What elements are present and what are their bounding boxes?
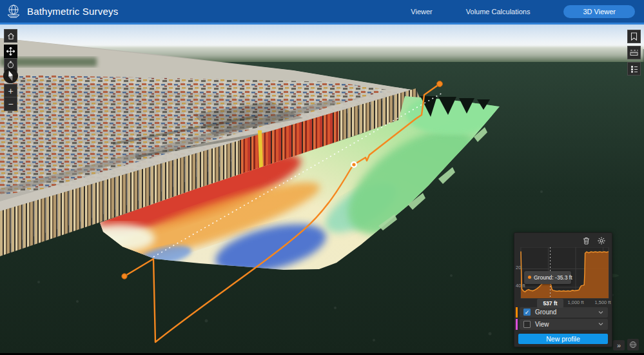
- profile-cursor-marker[interactable]: [351, 161, 357, 168]
- chevron-down-icon[interactable]: [598, 310, 604, 315]
- elevation-profile-panel: 20 40 ft 1,000 ft 1,500 ft 537 ft Ground…: [514, 232, 612, 347]
- layer-color-bar: [516, 319, 518, 329]
- layer-color-bar: [516, 307, 518, 318]
- layer-label: Ground: [535, 309, 598, 316]
- nav-item-3d-viewer-active[interactable]: 3D Viewer: [563, 5, 635, 18]
- app-window: Bathymetric Surveys Viewer Volume Calcul…: [0, 0, 644, 355]
- legend-list-icon: [630, 65, 638, 73]
- chevron-down-icon[interactable]: [598, 321, 604, 327]
- page-title: Bathymetric Surveys: [27, 6, 118, 17]
- attribution-globe-button[interactable]: [627, 339, 639, 350]
- measurement-button[interactable]: [627, 46, 641, 59]
- bookmarks-button[interactable]: [627, 30, 641, 43]
- gear-icon: [598, 237, 605, 245]
- profile-settings-button[interactable]: [597, 236, 605, 245]
- app-logo-survey-boat-icon: [4, 2, 23, 21]
- app-header: Bathymetric Surveys Viewer Volume Calcul…: [0, 0, 644, 25]
- ground-layer-checkbox[interactable]: ✓: [523, 309, 531, 316]
- home-button[interactable]: [4, 29, 17, 43]
- profile-panel-toolbar: [514, 233, 612, 246]
- layer-row-ground[interactable]: ✓ Ground: [516, 307, 608, 318]
- header-nav: Viewer Volume Calculations 3D Viewer: [411, 5, 635, 18]
- trash-icon: [583, 237, 590, 245]
- tooltip-value: Ground: -35.3 ft: [534, 274, 572, 281]
- pan-move-icon: [6, 47, 15, 56]
- cursor-distance-label: 537 ft: [537, 299, 563, 308]
- globe-icon: [629, 341, 637, 349]
- legend-button[interactable]: [627, 62, 641, 76]
- delete-profile-button[interactable]: [582, 236, 590, 245]
- x-axis-tick: 1,500 ft: [590, 299, 616, 305]
- scene-tools: [627, 30, 641, 76]
- home-icon: [7, 32, 15, 40]
- double-chevron-right-icon: »: [617, 341, 621, 349]
- pan-tool-button[interactable]: [4, 45, 17, 58]
- profile-endpoint-end[interactable]: [437, 81, 443, 87]
- layer-label: View: [535, 321, 598, 328]
- new-profile-button[interactable]: New profile: [518, 334, 608, 344]
- plus-icon: +: [8, 86, 13, 96]
- zoom-in-button[interactable]: +: [4, 84, 17, 97]
- bookmark-icon: [630, 32, 638, 41]
- y-axis-tick: 20: [516, 265, 521, 270]
- measurement-icon: [630, 49, 638, 56]
- scene-3d-view[interactable]: + −: [0, 25, 644, 353]
- nav-item-viewer[interactable]: Viewer: [411, 8, 432, 15]
- zoom-controls: + −: [4, 84, 17, 111]
- profile-endpoint-start[interactable]: [122, 274, 127, 279]
- chart-tooltip: Ground: -35.3 ft: [524, 271, 571, 284]
- zoom-out-button[interactable]: −: [4, 97, 17, 111]
- elevation-profile-chart[interactable]: 20 40 ft 1,000 ft 1,500 ft 537 ft Ground…: [514, 247, 613, 307]
- view-layer-checkbox[interactable]: [523, 321, 531, 328]
- minus-icon: −: [8, 99, 13, 108]
- expand-panel-button[interactable]: »: [613, 340, 625, 350]
- y-axis-tick: 40 ft: [516, 283, 525, 289]
- nav-item-volume-calculations[interactable]: Volume Calculations: [466, 8, 531, 15]
- layer-row-view[interactable]: View: [516, 319, 608, 329]
- compass[interactable]: [3, 68, 19, 84]
- series-dot-icon: [528, 276, 531, 279]
- x-axis-tick: 1,000 ft: [563, 299, 589, 305]
